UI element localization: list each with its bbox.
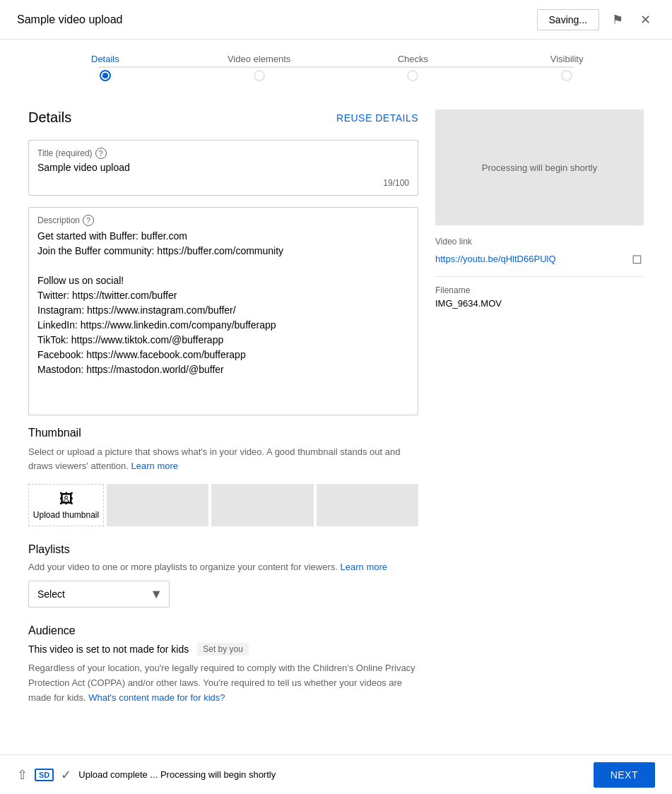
content-area: Details REUSE DETAILS Title (required) ?… bbox=[0, 93, 672, 794]
playlists-select-wrapper: Select ▼ bbox=[28, 581, 170, 608]
main-layout: Details REUSE DETAILS Title (required) ?… bbox=[0, 93, 672, 739]
thumbnail-description: Select or upload a picture that shows wh… bbox=[28, 445, 418, 473]
playlists-section: Playlists Add your video to one or more … bbox=[28, 543, 418, 608]
stepper-label-details: Details bbox=[91, 54, 119, 64]
audience-title: Audience bbox=[28, 624, 418, 637]
set-by-you-badge: Set by you bbox=[197, 643, 249, 656]
description-field-wrapper: Description ? Get started with Buffer: b… bbox=[28, 207, 418, 415]
stepper-step-checks[interactable]: Checks bbox=[336, 54, 490, 81]
title-help-icon[interactable]: ? bbox=[95, 148, 107, 159]
next-button[interactable]: NEXT bbox=[594, 762, 655, 788]
video-preview: Processing will begin shortly bbox=[435, 109, 644, 225]
audience-subtitle-text: This video is set to not made for kids bbox=[28, 644, 189, 655]
filename-value: IMG_9634.MOV bbox=[435, 298, 644, 309]
stepper-step-details[interactable]: Details bbox=[28, 54, 182, 81]
upload-thumbnail-button[interactable]: 🖼 Upload thumbnail bbox=[28, 484, 104, 526]
title-label: Title (required) ? bbox=[37, 148, 409, 159]
playlists-select[interactable]: Select bbox=[28, 581, 170, 608]
upload-button[interactable]: ⇧ bbox=[17, 767, 28, 783]
details-header: Details REUSE DETAILS bbox=[28, 109, 418, 126]
stepper-dot-video-elements bbox=[254, 70, 265, 81]
playlists-description: Add your video to one or more playlists … bbox=[28, 562, 418, 572]
upload-thumbnail-label: Upload thumbnail bbox=[33, 510, 99, 520]
video-link-row: https://youtu.be/qHltD66PUlQ ◻ bbox=[435, 249, 644, 268]
title-char-count: 19/100 bbox=[37, 178, 409, 188]
description-input[interactable]: Get started with Buffer: buffer.com Join… bbox=[37, 229, 409, 405]
stepper-dot-visibility bbox=[561, 70, 572, 81]
thumbnail-section: Thumbnail Select or upload a picture tha… bbox=[28, 427, 418, 526]
upload-status: Upload complete ... Processing will begi… bbox=[78, 769, 276, 780]
page-title: Sample video upload bbox=[17, 13, 122, 26]
description-help-icon[interactable]: ? bbox=[83, 215, 94, 226]
stepper: Details Video elements Checks Visibility bbox=[0, 40, 672, 93]
upload-arrow-icon: ⇧ bbox=[17, 768, 28, 782]
audience-subtitle-row: This video is set to not made for kids S… bbox=[28, 643, 418, 656]
title-input[interactable]: Sample video upload bbox=[37, 162, 409, 173]
bookmark-icon: ⚑ bbox=[612, 12, 623, 28]
right-column: Processing will begin shortly Video link… bbox=[435, 109, 644, 722]
thumbnail-placeholder-1 bbox=[107, 484, 208, 526]
filename-section: Filename IMG_9634.MOV bbox=[435, 285, 644, 309]
stepper-step-visibility[interactable]: Visibility bbox=[490, 54, 644, 81]
header-actions: Saving... ⚑ ✕ bbox=[537, 8, 655, 32]
close-button[interactable]: ✕ bbox=[636, 8, 655, 32]
thumbnail-row: 🖼 Upload thumbnail bbox=[28, 484, 418, 526]
audience-description: Regardless of your location, you're lega… bbox=[28, 661, 418, 705]
thumbnail-title: Thumbnail bbox=[28, 427, 418, 439]
whats-content-for-kids-link[interactable]: What's content made for for kids? bbox=[88, 692, 225, 703]
bottom-bar-left: ⇧ SD ✓ Upload complete ... Processing wi… bbox=[17, 767, 276, 783]
stepper-label-checks: Checks bbox=[398, 54, 428, 64]
details-heading: Details bbox=[28, 109, 71, 126]
thumbnail-learn-more-link[interactable]: Learn more bbox=[131, 461, 178, 471]
stepper-step-video-elements[interactable]: Video elements bbox=[182, 54, 336, 81]
title-field-wrapper: Title (required) ? Sample video upload 1… bbox=[28, 140, 418, 196]
stepper-label-video-elements: Video elements bbox=[228, 54, 290, 64]
left-column: Details REUSE DETAILS Title (required) ?… bbox=[28, 109, 418, 722]
video-link[interactable]: https://youtu.be/qHltD66PUlQ bbox=[435, 254, 556, 264]
copy-icon: ◻ bbox=[632, 251, 642, 266]
saving-button[interactable]: Saving... bbox=[537, 9, 599, 30]
copy-link-button[interactable]: ◻ bbox=[630, 249, 644, 268]
bookmark-button[interactable]: ⚑ bbox=[608, 8, 627, 32]
filename-label: Filename bbox=[435, 285, 644, 295]
stepper-dot-checks bbox=[407, 70, 418, 81]
playlists-learn-more-link[interactable]: Learn more bbox=[341, 562, 387, 572]
stepper-dot-details bbox=[100, 70, 111, 81]
video-link-section: Video link https://youtu.be/qHltD66PUlQ … bbox=[435, 237, 644, 268]
thumbnail-placeholder-2 bbox=[211, 484, 313, 526]
thumbnail-placeholder-3 bbox=[317, 484, 418, 526]
upload-image-icon: 🖼 bbox=[59, 491, 73, 507]
description-label: Description ? bbox=[37, 215, 409, 226]
bottom-bar: ⇧ SD ✓ Upload complete ... Processing wi… bbox=[0, 754, 672, 794]
stepper-label-visibility: Visibility bbox=[550, 54, 584, 64]
audience-section: Audience This video is set to not made f… bbox=[28, 624, 418, 705]
video-preview-text: Processing will begin shortly bbox=[482, 162, 597, 173]
divider bbox=[435, 276, 644, 277]
video-link-label: Video link bbox=[435, 237, 644, 247]
close-icon: ✕ bbox=[640, 12, 651, 28]
reuse-details-button[interactable]: REUSE DETAILS bbox=[336, 112, 418, 124]
playlists-title: Playlists bbox=[28, 543, 418, 556]
sd-badge: SD bbox=[35, 769, 54, 781]
header: Sample video upload Saving... ⚑ ✕ bbox=[0, 0, 672, 40]
check-icon: ✓ bbox=[61, 767, 71, 783]
